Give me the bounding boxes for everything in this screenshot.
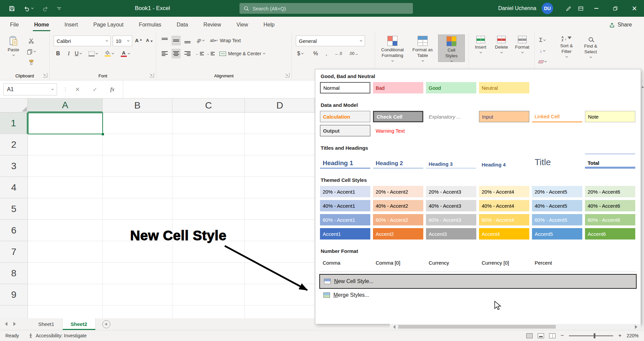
cell[interactable] <box>172 305 245 318</box>
cell[interactable] <box>103 155 172 177</box>
cell-style-good[interactable]: Good <box>426 82 476 93</box>
ribbon-display-options-button[interactable] <box>575 0 587 17</box>
cell-style-accent4[interactable]: Accent4 <box>479 228 529 240</box>
underline-button[interactable]: U <box>74 49 83 58</box>
cell[interactable] <box>245 241 315 263</box>
cell[interactable] <box>103 241 172 263</box>
horizontal-scrollbar[interactable] <box>390 324 641 330</box>
cell-style-bad[interactable]: Bad <box>373 82 423 93</box>
cell-style-40-accent4[interactable]: 40% - Accent4 <box>479 200 529 211</box>
cell[interactable] <box>28 155 103 177</box>
tab-help[interactable]: Help <box>263 17 274 33</box>
tab-formulas[interactable]: Formulas <box>139 17 161 33</box>
cell[interactable] <box>245 220 315 241</box>
undo-button[interactable] <box>24 6 33 11</box>
normal-view-button[interactable] <box>526 333 533 338</box>
tab-view[interactable]: View <box>236 17 248 33</box>
zoom-slider[interactable] <box>569 335 613 336</box>
paste-button[interactable]: Paste <box>4 35 23 56</box>
decrease-indent-button[interactable]: ← <box>195 49 204 58</box>
zoom-in-button[interactable]: + <box>618 332 622 339</box>
cell[interactable] <box>245 134 315 155</box>
cell[interactable] <box>103 284 172 305</box>
insert-cells-button[interactable]: Insert <box>471 35 490 53</box>
borders-button[interactable] <box>89 49 98 58</box>
cell[interactable] <box>172 134 245 155</box>
share-button[interactable]: Share <box>609 17 632 33</box>
zoom-slider-thumb[interactable] <box>594 333 595 338</box>
cut-button[interactable] <box>27 36 36 46</box>
orientation-button[interactable]: ab <box>196 36 205 45</box>
cell-style-60-accent1[interactable]: 60% - Accent1 <box>320 214 370 225</box>
row-header-5[interactable]: 5 <box>0 198 28 220</box>
page-layout-view-button[interactable] <box>538 333 544 338</box>
cell-style-40-accent3[interactable]: 40% - Accent3 <box>426 200 476 211</box>
restore-button[interactable] <box>606 0 625 17</box>
font-color-button[interactable]: A <box>121 49 130 58</box>
user-name[interactable]: Daniel Uchenna <box>498 5 536 11</box>
cell[interactable] <box>245 113 315 134</box>
cell[interactable] <box>28 198 103 220</box>
cell[interactable] <box>172 263 245 284</box>
cell-style-60-accent6[interactable]: 60% - Accent6 <box>585 214 635 225</box>
cell[interactable] <box>172 113 245 134</box>
bottom-align-button[interactable] <box>183 36 192 45</box>
increase-decimal-button[interactable]: ←.0 <box>334 49 343 58</box>
new-sheet-button[interactable]: + <box>102 320 110 328</box>
cell[interactable] <box>28 113 103 134</box>
sheet-tab-sheet2[interactable]: Sheet2 <box>63 318 96 330</box>
cell[interactable] <box>172 155 245 177</box>
comma-style-button[interactable]: , <box>322 49 331 58</box>
horizontal-scrollbar-thumb[interactable] <box>398 325 556 329</box>
cell-style-heading-2[interactable]: Heading 2 <box>373 154 423 168</box>
zoom-level[interactable]: 220% <box>627 333 639 338</box>
column-header-C[interactable]: C <box>172 98 245 112</box>
fill-handle[interactable] <box>101 133 104 136</box>
cell-style-20-accent4[interactable]: 20% - Accent4 <box>479 186 529 197</box>
middle-align-button[interactable] <box>172 36 180 45</box>
bold-button[interactable]: B <box>54 49 62 58</box>
decrease-font-size-button[interactable]: A <box>145 36 154 45</box>
vertical-scrollbar[interactable] <box>641 80 644 330</box>
name-box[interactable]: A1 <box>3 83 57 95</box>
number-format-select[interactable]: General <box>296 36 365 46</box>
cell[interactable] <box>28 177 103 198</box>
cell[interactable] <box>28 220 103 241</box>
cell-style-linked-cell[interactable]: Linked Cell <box>532 111 582 122</box>
cancel-button[interactable]: ✕ <box>72 83 83 95</box>
cell-style-accent3[interactable]: Accent3 <box>426 228 476 240</box>
cell-style-calculation[interactable]: Calculation <box>320 111 370 122</box>
cell-style-heading-3[interactable]: Heading 3 <box>426 154 476 168</box>
row-header-1[interactable]: 1 <box>0 113 28 134</box>
cell-style-20-accent2[interactable]: 20% - Accent2 <box>373 186 423 197</box>
redo-button[interactable] <box>42 6 48 11</box>
tab-page-layout[interactable]: Page Layout <box>93 17 123 33</box>
alignment-dialog-launcher[interactable]: ↘ <box>285 73 289 77</box>
column-header-A[interactable]: A <box>28 98 103 112</box>
cell[interactable] <box>28 241 103 263</box>
customize-quick-access-toolbar-button[interactable] <box>57 7 61 10</box>
cell-style-check-cell[interactable]: Check Cell <box>373 111 423 122</box>
column-header-B[interactable]: B <box>103 98 172 112</box>
row-header-4[interactable]: 4 <box>0 177 28 198</box>
cell-style-60-accent2[interactable]: 60% - Accent2 <box>373 214 423 225</box>
tab-review[interactable]: Review <box>204 17 221 33</box>
cell[interactable] <box>28 305 103 318</box>
cell[interactable] <box>172 177 245 198</box>
cell-style-currency[interactable]: Currency <box>426 257 476 268</box>
clear-button[interactable] <box>538 57 547 66</box>
inking-button[interactable] <box>562 0 575 17</box>
cell-style-percent[interactable]: Percent <box>532 257 582 268</box>
cell[interactable] <box>245 263 315 284</box>
italic-button[interactable]: I <box>64 49 73 58</box>
enter-button[interactable]: ✓ <box>89 83 101 95</box>
merge-center-button[interactable]: Merge & Center <box>219 49 265 58</box>
cell-style-60-accent5[interactable]: 60% - Accent5 <box>532 214 582 225</box>
fill-color-button[interactable] <box>105 49 114 58</box>
sort-filter-button[interactable]: AZ↓ Sort &Filter <box>555 35 578 57</box>
delete-cells-button[interactable]: Delete <box>492 35 511 53</box>
tab-insert[interactable]: Insert <box>64 17 78 33</box>
cell[interactable] <box>245 177 315 198</box>
cell-style-heading-1[interactable]: Heading 1 <box>320 154 370 168</box>
align-left-button[interactable] <box>160 49 169 58</box>
